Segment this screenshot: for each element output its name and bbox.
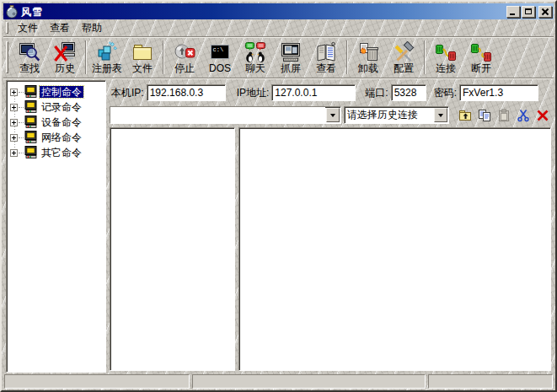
tree-item-other-commands[interactable]: 其它命令: [7, 145, 105, 160]
status-pane: [4, 374, 190, 389]
history-select[interactable]: 请选择历史连接: [344, 106, 449, 124]
tree-item-label: 记录命令: [40, 101, 83, 113]
output-panel[interactable]: [238, 127, 551, 371]
result-list-panel[interactable]: [110, 127, 235, 371]
toolbar-button-label: 停止: [174, 63, 195, 74]
computer-icon: [24, 85, 38, 99]
main-area: 控制命令 记录命令: [3, 78, 554, 373]
status-pane: [192, 374, 426, 389]
history-select-value: 请选择历史连接: [345, 107, 433, 123]
toolbar-separator: [424, 40, 426, 74]
titlebar[interactable]: 风雪: [3, 3, 554, 19]
tree-item-network-commands[interactable]: 网络命令: [7, 130, 105, 145]
history-dropdown-button[interactable]: [326, 108, 340, 122]
connect-icon: [435, 41, 457, 63]
history-select-dropdown-button[interactable]: [434, 108, 447, 122]
find-icon: [19, 41, 40, 63]
close-icon: [539, 7, 551, 17]
cut-icon: [517, 109, 530, 122]
toolbar-button-stop[interactable]: 停止: [167, 39, 202, 77]
password-field[interactable]: [459, 84, 538, 101]
tree-item-label: 控制命令: [40, 86, 83, 98]
toolbar-button-config[interactable]: 配置: [386, 39, 421, 77]
toolbar-button-label: 历史: [55, 63, 75, 74]
delete-button[interactable]: [533, 107, 551, 124]
folder-up-icon: [458, 109, 472, 122]
toolbar-button-chat[interactable]: 聊天: [238, 39, 273, 77]
target-ip-label: IP地址:: [237, 88, 270, 98]
expand-icon[interactable]: [10, 104, 18, 111]
expand-icon[interactable]: [10, 149, 18, 157]
cut-button[interactable]: [514, 107, 532, 124]
password-label: 密码:: [434, 88, 457, 98]
folder-up-button[interactable]: [456, 107, 474, 124]
paste-button[interactable]: [495, 107, 512, 124]
toolbar-button-screenshot[interactable]: 抓屏: [273, 39, 308, 77]
right-column: 本机IP: IP地址: 端口: 密码: 请选择历史连接: [110, 80, 551, 373]
command-tree[interactable]: 控制命令 记录命令: [6, 80, 106, 373]
toolbar-button-label: 查看: [316, 63, 336, 74]
chat-icon: [244, 41, 266, 63]
copy-button[interactable]: [475, 107, 493, 124]
disconnect-icon: [470, 41, 492, 63]
tree-item-control-commands[interactable]: 控制命令: [7, 84, 105, 99]
target-ip-field[interactable]: [271, 84, 356, 101]
toolbar-button-uninstall[interactable]: 卸载: [351, 39, 386, 77]
paste-icon: [497, 109, 511, 122]
menu-file[interactable]: 文件: [12, 21, 44, 35]
expand-icon[interactable]: [10, 119, 18, 126]
toolbar-button-label: 卸载: [358, 63, 378, 74]
toolbar-button-label: 连接: [436, 63, 456, 74]
svg-text:c:\: c:\: [213, 46, 224, 53]
menubar-grip[interactable]: [6, 22, 8, 34]
menu-help[interactable]: 帮助: [76, 21, 108, 35]
history-combobox[interactable]: [110, 106, 341, 124]
content-panels: [110, 127, 551, 371]
statusbar: [4, 374, 553, 389]
dos-icon: c:\: [209, 41, 231, 63]
toolbar-button-registry[interactable]: 注册表: [89, 39, 125, 77]
toolbar-grip[interactable]: [6, 41, 8, 73]
toolbar-button-history[interactable]: 历史: [47, 39, 83, 77]
expand-icon[interactable]: [10, 89, 18, 96]
computer-icon: [24, 100, 38, 114]
computer-icon: [24, 146, 38, 159]
toolbar-button-dos[interactable]: c:\ DOS: [202, 39, 238, 77]
toolbar: 查找 历史: [3, 37, 554, 78]
toolbar-button-files[interactable]: 文件: [125, 39, 160, 77]
history-input[interactable]: [110, 107, 325, 123]
view-icon: [315, 41, 337, 63]
maximize-button[interactable]: [522, 6, 535, 18]
window-title: 风雪: [21, 7, 43, 17]
uninstall-icon: [357, 41, 379, 63]
toolbar-button-find[interactable]: 查找: [12, 39, 47, 77]
toolbar-separator: [163, 40, 164, 74]
app-icon: [5, 5, 19, 19]
menu-view[interactable]: 查看: [44, 21, 76, 35]
tree-item-label: 设备命令: [40, 116, 83, 128]
minimize-icon: [510, 13, 515, 15]
toolbar-button-label: 抓屏: [281, 63, 301, 74]
toolbar-button-label: DOS: [209, 63, 231, 74]
menubar: 文件 查看 帮助: [3, 19, 554, 37]
tree-item-record-commands[interactable]: 记录命令: [7, 99, 105, 115]
history-bar: 请选择历史连接: [110, 105, 551, 125]
toolbar-button-label: 文件: [132, 63, 153, 74]
local-ip-field[interactable]: [147, 84, 226, 101]
toolbar-button-view[interactable]: 查看: [308, 39, 344, 77]
toolbar-button-disconnect[interactable]: 断开: [463, 39, 499, 77]
port-field[interactable]: [391, 84, 426, 101]
minimize-button[interactable]: [506, 6, 520, 18]
config-icon: [393, 41, 415, 63]
toolbar-button-label: 查找: [19, 63, 40, 74]
stop-icon: [174, 41, 195, 63]
computer-icon: [24, 115, 38, 129]
toolbar-button-label: 注册表: [92, 63, 122, 74]
expand-icon[interactable]: [10, 134, 18, 142]
screenshot-icon: [280, 41, 302, 63]
toolbar-button-connect[interactable]: 连接: [428, 39, 463, 77]
close-button[interactable]: [538, 6, 552, 18]
tree-item-label: 网络命令: [40, 132, 83, 143]
maximize-icon: [525, 8, 532, 14]
tree-item-device-commands[interactable]: 设备命令: [7, 115, 105, 130]
